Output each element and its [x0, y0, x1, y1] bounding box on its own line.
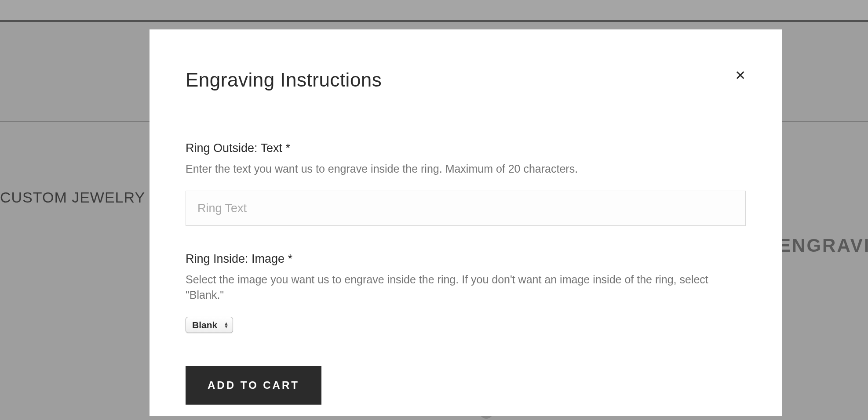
- ring-outside-help: Enter the text you want us to engrave in…: [186, 161, 746, 177]
- close-button[interactable]: ✕: [735, 69, 746, 82]
- ring-inside-label: Ring Inside: Image *: [186, 252, 746, 266]
- ring-inside-select-wrapper: Blank ▲▼: [186, 317, 233, 333]
- ring-inside-group: Ring Inside: Image * Select the image yo…: [186, 252, 746, 333]
- modal-header: Engraving Instructions ✕: [186, 69, 746, 91]
- ring-outside-label: Ring Outside: Text *: [186, 141, 746, 155]
- engraving-modal: Engraving Instructions ✕ Ring Outside: T…: [150, 29, 782, 416]
- modal-title: Engraving Instructions: [186, 69, 382, 91]
- ring-inside-select[interactable]: Blank: [186, 317, 233, 333]
- breadcrumb: CUSTOM JEWELRY: [0, 189, 145, 206]
- add-to-cart-button[interactable]: ADD TO CART: [186, 366, 321, 405]
- close-icon: ✕: [735, 68, 746, 83]
- ring-outside-input[interactable]: [186, 191, 746, 226]
- top-bar: [0, 0, 868, 22]
- ring-outside-group: Ring Outside: Text * Enter the text you …: [186, 141, 746, 226]
- ring-inside-help: Select the image you want us to engrave …: [186, 272, 746, 303]
